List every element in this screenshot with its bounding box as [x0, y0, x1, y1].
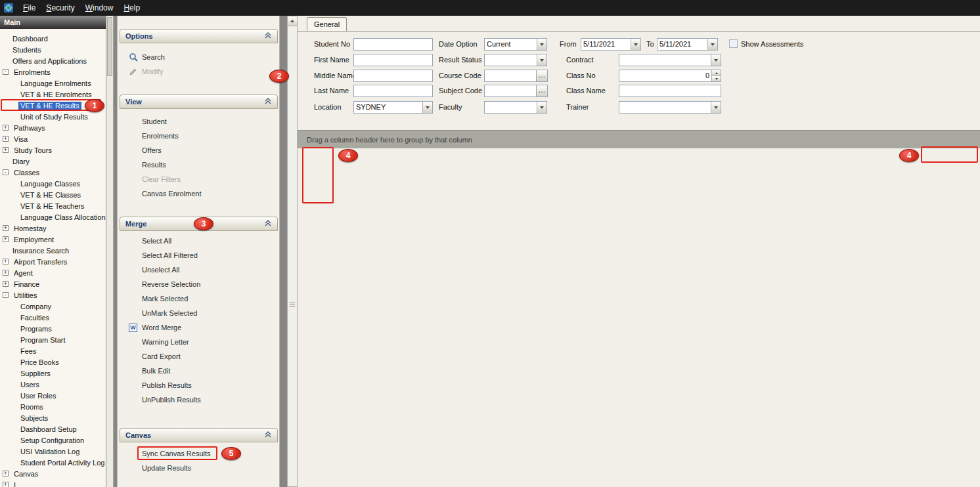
sidebar-item-vet-he-classes[interactable]: VET & HE Classes [0, 189, 106, 200]
class-name-input[interactable] [619, 85, 721, 97]
action-card-export[interactable]: Card Export [128, 349, 274, 364]
sidebar-item-dashboard-setup[interactable]: Dashboard Setup [0, 423, 106, 434]
sidebar-item-homestay[interactable]: +Homestay [0, 222, 106, 234]
sidebar-item-language-class-allocation[interactable]: Language Class Allocation [0, 211, 106, 222]
sidebar-item-employment[interactable]: +Employment [0, 234, 106, 245]
sidebar-item-suppliers[interactable]: Suppliers [0, 368, 106, 379]
dropdown-arrow-icon[interactable] [537, 39, 546, 50]
sidebar-item-users[interactable]: Users [0, 379, 106, 390]
student-no-input[interactable] [353, 38, 433, 51]
subject-code-browse-button[interactable] [537, 85, 548, 97]
action-unmark-selected[interactable]: UnMark Selected [128, 306, 274, 320]
course-code-browse-button[interactable] [537, 70, 548, 82]
show-assessments-checkbox[interactable] [729, 39, 738, 48]
action-select-all-filtered[interactable]: Select All Filtered [128, 248, 274, 263]
sidebar-item-unit-of-study-results[interactable]: Unit of Study Results [0, 111, 106, 122]
action-canvas-enrolment[interactable]: Canvas Enrolment [128, 186, 274, 201]
last-name-input[interactable] [353, 85, 433, 97]
splitter-grip[interactable] [290, 300, 295, 309]
menu-window[interactable]: Window [80, 1, 119, 14]
section-header-canvas[interactable]: Canvas [120, 428, 278, 442]
action-enrolments[interactable]: Enrolments [128, 129, 274, 143]
sidebar-item-usi-validation-log[interactable]: USI Validation Log [0, 446, 106, 457]
sidebar-item-visa[interactable]: +Visa [0, 133, 106, 144]
sidebar-item-user-roles[interactable]: User Roles [0, 390, 106, 401]
expand-icon[interactable]: + [3, 259, 9, 265]
scroll-up-button[interactable] [288, 16, 297, 26]
action-update-results[interactable]: Update Results [128, 461, 274, 475]
tab-general[interactable]: General [307, 17, 347, 32]
dropdown-arrow-icon[interactable] [422, 102, 432, 113]
from-date-select[interactable]: 5/11/2021 [581, 38, 641, 51]
sidebar-item-airport-transfers[interactable]: +Airport Transfers [0, 256, 106, 267]
section-header-options[interactable]: Options [120, 29, 278, 43]
expand-icon[interactable]: + [3, 482, 9, 487]
sidebar-item-agent[interactable]: +Agent [0, 267, 106, 278]
expand-icon[interactable]: + [3, 236, 9, 242]
menu-file[interactable]: File [18, 1, 41, 14]
sidebar-item-insurance-search[interactable]: Insurance Search [0, 245, 106, 256]
action-student[interactable]: Student [128, 114, 274, 129]
action-publish-results[interactable]: Publish Results [128, 378, 274, 392]
collapse-icon[interactable]: - [3, 169, 9, 175]
menu-help[interactable]: Help [118, 1, 145, 14]
action-results[interactable]: Results [128, 158, 274, 172]
to-date-select[interactable]: 5/11/2021 [657, 38, 718, 51]
collapse-icon[interactable]: - [3, 292, 9, 298]
sidebar-item-student-portal-activity-log[interactable]: Student Portal Activity Log [0, 457, 106, 468]
sidebar-item-students[interactable]: Students [0, 44, 106, 55]
sidebar-item-pathways[interactable]: +Pathways [0, 122, 106, 133]
action-mark-selected[interactable]: Mark Selected [128, 291, 274, 306]
sidebar-item-diary[interactable]: Diary [0, 156, 106, 167]
action-unselect-all[interactable]: Unselect All [128, 263, 274, 277]
action-offers[interactable]: Offers [128, 143, 274, 158]
dropdown-arrow-icon[interactable] [711, 102, 721, 113]
section-header-view[interactable]: View [120, 95, 278, 109]
scrollbar-thumb[interactable] [107, 17, 112, 76]
sidebar-item-price-books[interactable]: Price Books [0, 356, 106, 368]
sidebar-item-faculties[interactable]: Faculties [0, 312, 106, 323]
sidebar-item-utilities[interactable]: -Utilities [0, 289, 106, 301]
spinner-arrows-icon[interactable] [711, 70, 721, 81]
expand-icon[interactable]: + [3, 136, 9, 142]
dropdown-arrow-icon[interactable] [711, 54, 721, 66]
dropdown-arrow-icon[interactable] [537, 102, 546, 113]
action-warning-letter[interactable]: Warning Letter [128, 335, 274, 349]
faculty-select[interactable] [484, 101, 547, 114]
menu-security[interactable]: Security [41, 1, 79, 14]
sidebar-item-language-enrolments[interactable]: Language Enrolments [0, 77, 106, 89]
sidebar-item-vet-he-enrolments[interactable]: VET & HE Enrolments [0, 89, 106, 100]
action-word-merge[interactable]: WWord Merge [128, 320, 274, 335]
sidebar-item-company[interactable]: Company [0, 301, 106, 312]
action-select-all[interactable]: Select All [128, 234, 274, 248]
sidebar-item-enrolments[interactable]: -Enrolments [0, 66, 106, 77]
first-name-input[interactable] [353, 54, 433, 66]
collapse-chevron-icon[interactable] [264, 32, 272, 41]
sidebar-item-vet-he-teachers[interactable]: VET & HE Teachers [0, 200, 106, 211]
sidebar-item-canvas[interactable]: +Canvas [0, 468, 106, 479]
sidebar-item-setup-configuration[interactable]: Setup Configuration [0, 434, 106, 446]
sidebar-item-language-classes[interactable]: Language Classes [0, 178, 106, 189]
middle-name-input[interactable] [353, 70, 433, 82]
group-by-bar[interactable]: Drag a column header here to group by th… [298, 130, 980, 148]
sidebar-item-vet-he-results[interactable]: VET & HE Results [0, 100, 106, 111]
sidebar-item-fees[interactable]: Fees [0, 345, 106, 356]
sidebar-item-i[interactable]: +I [0, 479, 106, 487]
collapse-icon[interactable]: - [3, 69, 9, 75]
date-option-select[interactable]: Current [484, 38, 547, 51]
subject-code-input[interactable] [484, 85, 537, 97]
action-sync-canvas-results[interactable]: Sync Canvas Results [128, 446, 274, 461]
sidebar-item-rooms[interactable]: Rooms [0, 401, 106, 412]
expand-icon[interactable]: + [3, 281, 9, 287]
sidebar-item-program-start[interactable]: Program Start [0, 334, 106, 345]
course-code-input[interactable] [484, 70, 537, 82]
dropdown-arrow-icon[interactable] [537, 54, 546, 66]
sidebar-item-study-tours[interactable]: +Study Tours [0, 144, 106, 156]
dropdown-arrow-icon[interactable] [631, 39, 640, 50]
expand-icon[interactable]: + [3, 270, 9, 276]
sidebar-item-dashboard[interactable]: Dashboard [0, 33, 106, 44]
action-unpublish-results[interactable]: UnPublish Results [128, 392, 274, 407]
action-search[interactable]: Search [128, 50, 274, 64]
collapse-chevron-icon[interactable] [264, 431, 272, 440]
result-status-select[interactable] [484, 54, 547, 66]
